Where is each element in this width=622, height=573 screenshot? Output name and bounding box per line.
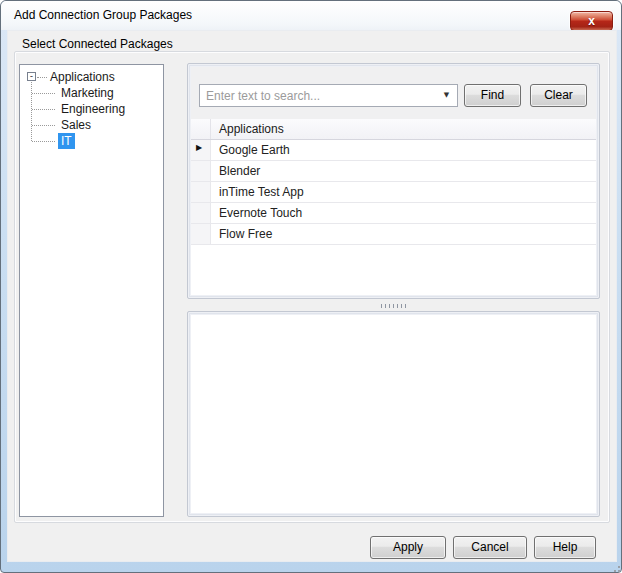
resize-grip[interactable] (608, 564, 610, 566)
title-bar[interactable]: Add Connection Group Packages x (1, 1, 621, 30)
tree-item-label: Marketing (58, 85, 117, 101)
help-button[interactable]: Help (534, 536, 596, 559)
search-combo: ▼ (199, 84, 458, 107)
row-indicator-cell (191, 182, 211, 202)
tree-item-label: Sales (58, 117, 94, 133)
row-indicator-cell: ▶ (191, 140, 211, 160)
tree-item-label-selected: IT (58, 133, 75, 149)
current-row-icon: ▶ (196, 143, 202, 152)
find-button[interactable]: Find (464, 84, 521, 107)
package-tree-panel: - Applications Marketing Engineering Sal… (19, 64, 164, 517)
grid-cell: Google Earth (211, 140, 596, 160)
row-indicator-cell (191, 203, 211, 223)
row-indicator-cell (191, 224, 211, 244)
panel-splitter[interactable] (187, 301, 600, 310)
grid-row-intime-test-app[interactable]: inTime Test App (191, 182, 596, 203)
search-input[interactable] (200, 85, 438, 106)
grid-cell: Flow Free (211, 224, 596, 244)
dialog-window: Add Connection Group Packages x Select C… (0, 0, 622, 573)
window-title: Add Connection Group Packages (14, 1, 192, 30)
tree-item-label: Applications (50, 69, 115, 85)
selected-packages-panel (187, 311, 600, 517)
package-list-panel: ▼ Find Clear Applications ▶ Google Earth (187, 63, 600, 299)
dialog-body: Select Connected Packages - Applications… (7, 30, 617, 562)
tree-stub (32, 109, 55, 110)
groupbox-label: Select Connected Packages (18, 37, 177, 51)
cancel-button[interactable]: Cancel (453, 536, 527, 559)
grid-column-header-applications[interactable]: Applications (211, 119, 596, 139)
grid-row-evernote-touch[interactable]: Evernote Touch (191, 203, 596, 224)
apply-button[interactable]: Apply (370, 536, 446, 559)
grid-row-blender[interactable]: Blender (191, 161, 596, 182)
splitter-grip-icon (381, 304, 407, 308)
tree-stub (37, 77, 47, 78)
tree-connector-line (31, 82, 32, 141)
close-icon: x (588, 14, 595, 28)
collapse-icon[interactable]: - (27, 72, 36, 81)
grid-cell: Evernote Touch (211, 203, 596, 223)
chevron-down-icon[interactable]: ▼ (438, 85, 455, 106)
grid-header-row: Applications (191, 119, 596, 140)
tree-stub (32, 141, 55, 142)
grid-row-flow-free[interactable]: Flow Free (191, 224, 596, 245)
tree-stub (32, 125, 55, 126)
close-button[interactable]: x (570, 11, 613, 31)
tree-view: - Applications Marketing Engineering Sal… (20, 65, 163, 516)
clear-button[interactable]: Clear (530, 84, 587, 107)
grid-indicator-header (191, 119, 211, 139)
grid-row-google-earth[interactable]: ▶ Google Earth (191, 140, 596, 161)
row-indicator-cell (191, 161, 211, 181)
grid-cell: Blender (211, 161, 596, 181)
tree-stub (32, 93, 55, 94)
grid-cell: inTime Test App (211, 182, 596, 202)
tree-item-label: Engineering (58, 101, 128, 117)
applications-grid: Applications ▶ Google Earth Blender inTi… (191, 119, 596, 295)
